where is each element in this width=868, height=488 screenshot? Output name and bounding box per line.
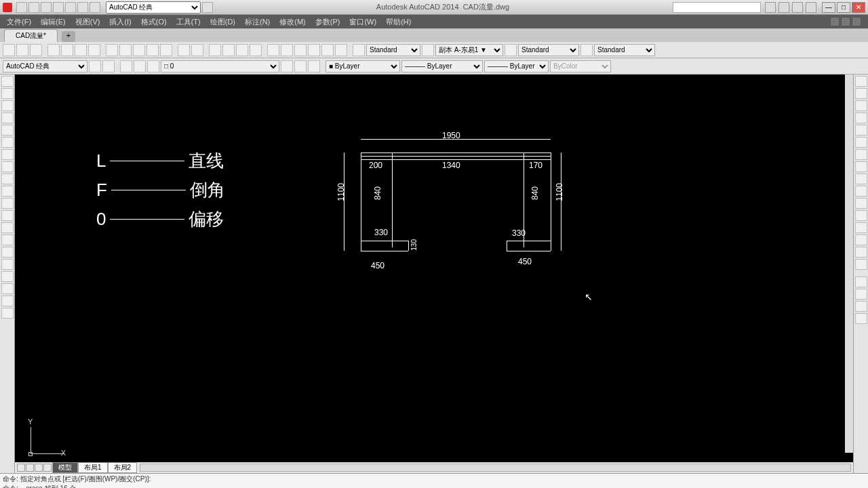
tb-layer-dropdown-icon[interactable] <box>147 60 159 73</box>
tool-ellipsearc-icon[interactable] <box>1 198 14 209</box>
tool-arc-icon[interactable] <box>1 137 14 148</box>
app-logo-icon[interactable] <box>3 3 12 12</box>
tab-model[interactable]: 模型 <box>52 462 78 473</box>
tool-ellipse-icon[interactable] <box>1 186 14 197</box>
tab-last-icon[interactable] <box>43 464 52 472</box>
tb-cut-icon[interactable] <box>106 44 118 56</box>
tb-calc-icon[interactable] <box>335 44 347 56</box>
tb-preview-icon[interactable] <box>61 44 73 56</box>
maximize-button[interactable]: □ <box>837 2 850 13</box>
tool-area-icon[interactable] <box>855 289 867 300</box>
tb-tablestyle-icon[interactable] <box>505 44 517 56</box>
tool-table-icon[interactable] <box>1 283 14 294</box>
tb-layerprev-icon[interactable] <box>294 60 307 73</box>
tb-sheetset-icon[interactable] <box>308 44 320 56</box>
tb-save-icon[interactable] <box>30 44 42 56</box>
tb-layeriso-icon[interactable] <box>308 60 320 73</box>
tb-new-icon[interactable] <box>3 44 15 56</box>
tool-pline-icon[interactable] <box>1 100 14 111</box>
help-search-input[interactable] <box>673 2 761 13</box>
horizontal-scrollbar[interactable] <box>140 464 851 472</box>
dimstyle-select[interactable]: 副本 A-东易1 ▼ <box>435 44 503 56</box>
tool-spline-icon[interactable] <box>1 174 14 184</box>
tb-toolpal-icon[interactable] <box>294 44 307 56</box>
tool-xline-icon[interactable] <box>1 88 14 99</box>
tablestyle-select[interactable]: Standard <box>518 44 579 56</box>
doc-max-icon[interactable] <box>841 17 850 26</box>
plotstyle-select[interactable]: ByColor <box>550 60 611 73</box>
qat-plot-icon[interactable] <box>65 2 76 13</box>
tb-mleaderstyle-icon[interactable] <box>580 44 593 56</box>
tb-undo-icon[interactable] <box>178 44 190 56</box>
tool-polygon-icon[interactable] <box>1 113 14 123</box>
tool-break-icon[interactable] <box>855 210 867 221</box>
tb-prop-icon[interactable] <box>267 44 279 56</box>
stayconnected-icon[interactable] <box>792 2 803 13</box>
file-tab-current[interactable]: CAD流量* <box>4 29 58 42</box>
tb-zoomprev-icon[interactable] <box>250 44 262 56</box>
workspace-dropdown-icon[interactable] <box>202 2 213 13</box>
tb-markup-icon[interactable] <box>321 44 334 56</box>
tool-chamfer-icon[interactable] <box>855 235 867 245</box>
linetype-select[interactable]: ——— ByLayer <box>401 60 483 73</box>
tb-redo-icon[interactable] <box>191 44 203 56</box>
tb-block-icon[interactable] <box>160 44 172 56</box>
menu-window[interactable]: 窗口(W) <box>349 17 376 27</box>
signin-icon[interactable] <box>765 2 776 13</box>
tb-open-icon[interactable] <box>16 44 28 56</box>
menu-help[interactable]: 帮助(H) <box>386 17 411 27</box>
tb-publish-icon[interactable] <box>75 44 87 56</box>
tool-move-icon[interactable] <box>855 137 867 148</box>
tb-3ddwf-icon[interactable] <box>88 44 100 56</box>
menu-draw[interactable]: 绘图(D) <box>210 17 235 27</box>
tb-match-icon[interactable] <box>146 44 159 56</box>
doc-close-icon[interactable] <box>852 17 861 26</box>
tab-next-icon[interactable] <box>35 464 43 472</box>
command-history[interactable]: 命令: 指定对角点或 [栏选(F)/圈围(WP)/圈交(CP)]: 命令: _.… <box>0 473 868 488</box>
tool-block-icon[interactable] <box>1 222 14 233</box>
tool-rotate-icon[interactable] <box>855 149 867 160</box>
tb-textstyle-icon[interactable] <box>353 44 365 56</box>
menu-format[interactable]: 格式(O) <box>141 17 167 27</box>
tool-addsel-icon[interactable] <box>1 308 14 319</box>
tb-layerprop-icon[interactable] <box>120 60 132 73</box>
new-tab-button[interactable]: + <box>62 31 75 42</box>
tool-join-icon[interactable] <box>855 222 867 233</box>
menu-parametric[interactable]: 参数(P) <box>315 17 340 27</box>
tool-array-icon[interactable] <box>855 125 867 136</box>
tool-gradient-icon[interactable] <box>1 259 14 270</box>
tool-trim-icon[interactable] <box>855 186 867 197</box>
tab-layout1[interactable]: 布局1 <box>78 462 108 473</box>
tb-ws-gear-icon[interactable] <box>89 60 101 73</box>
tool-point-icon[interactable] <box>1 235 14 245</box>
tool-insert-icon[interactable] <box>1 210 14 221</box>
tool-line-icon[interactable] <box>1 76 14 87</box>
tab-first-icon[interactable] <box>17 464 25 472</box>
tool-mtext-icon[interactable] <box>1 296 14 306</box>
tab-prev-icon[interactable] <box>26 464 34 472</box>
qat-open-icon[interactable] <box>28 2 39 13</box>
menu-file[interactable]: 文件(F) <box>7 17 31 27</box>
tb-dimstyle-icon[interactable] <box>422 44 434 56</box>
tb-layermatch-icon[interactable] <box>281 60 293 73</box>
tool-rect-icon[interactable] <box>1 125 14 136</box>
menu-view[interactable]: 视图(V) <box>75 17 100 27</box>
tool-explode-icon[interactable] <box>855 259 867 270</box>
help-icon[interactable] <box>806 2 816 13</box>
qat-new-icon[interactable] <box>16 2 27 13</box>
qat-save-icon[interactable] <box>41 2 52 13</box>
workspace2-select[interactable]: AutoCAD 经典 <box>3 60 87 73</box>
tool-extend-icon[interactable] <box>855 198 867 209</box>
menu-dimension[interactable]: 标注(N) <box>245 17 270 27</box>
lineweight-select[interactable]: ——— ByLayer <box>484 60 549 73</box>
color-select[interactable]: ■ ByLayer <box>326 60 400 73</box>
tool-fillet-icon[interactable] <box>855 247 867 258</box>
vertical-scrollbar[interactable] <box>845 75 853 453</box>
minimize-button[interactable]: — <box>822 2 835 13</box>
doc-min-icon[interactable] <box>830 17 840 26</box>
qat-saveas-icon[interactable] <box>53 2 64 13</box>
textstyle-select[interactable]: Standard <box>366 44 420 56</box>
tool-list-icon[interactable] <box>855 301 867 312</box>
tool-id-icon[interactable] <box>855 313 867 324</box>
menu-tools[interactable]: 工具(T) <box>176 17 201 27</box>
